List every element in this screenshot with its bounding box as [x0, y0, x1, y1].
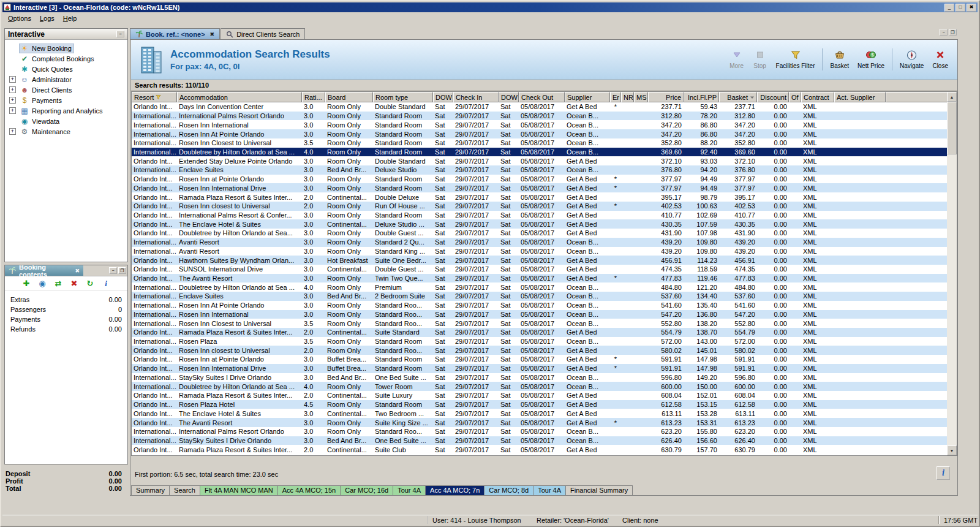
- bottom-tab-flt-4a-man-mco-man[interactable]: Flt 4A MAN MCO MAN: [200, 485, 278, 496]
- table-row[interactable]: International...Enclave Suites3.0Bed And…: [132, 292, 947, 301]
- vertical-scrollbar[interactable]: ▲ ▼: [947, 92, 957, 455]
- table-row[interactable]: Orlando Int...Days Inn Convention Center…: [132, 102, 947, 112]
- column-header-resort[interactable]: Resort: [132, 92, 177, 102]
- table-row[interactable]: Orlando Int...Rosen Inn at Pointe Orland…: [132, 175, 947, 184]
- collapse-icon[interactable]: −: [116, 31, 124, 37]
- table-row[interactable]: Orlando Int...Rosen Plaza Hotel4.5Room O…: [132, 400, 947, 409]
- table-row[interactable]: International...StaySky Suites I Drive O…: [132, 373, 947, 382]
- table-row[interactable]: Orlando Int...The Enclave Hotel & Suites…: [132, 219, 947, 229]
- transfer-button[interactable]: ⇄: [53, 278, 64, 289]
- table-row[interactable]: International...Doubletree by Hilton Orl…: [132, 382, 947, 391]
- bottom-tab-acc-4a-mco-7n[interactable]: Acc 4A MCO; 7n: [425, 485, 484, 496]
- bottom-tab-tour-4a[interactable]: Tour 4A: [393, 485, 426, 496]
- column-header-discount[interactable]: Discount: [757, 92, 789, 102]
- column-header-incl-fl-pp[interactable]: Incl.Fl.PP: [684, 92, 719, 102]
- facilities-filter-button[interactable]: Facilities Filter: [772, 45, 820, 74]
- close-panel-icon[interactable]: ✖: [75, 268, 80, 274]
- scroll-up-icon[interactable]: ▲: [947, 92, 957, 102]
- table-row[interactable]: Orlando Int...The Enclave Hotel & Suites…: [132, 409, 947, 418]
- table-row[interactable]: Orlando Int...Ramada Plaza Resort & Suit…: [132, 391, 947, 400]
- expand-icon[interactable]: +: [9, 107, 16, 114]
- filter-icon[interactable]: [156, 94, 161, 100]
- bottom-tab-car-mco-16d[interactable]: Car MCO; 16d: [340, 485, 393, 496]
- booking-item-refunds[interactable]: Refunds0.00: [10, 324, 122, 334]
- column-header-ms[interactable]: MS: [634, 92, 648, 102]
- column-header-nr[interactable]: NR: [621, 92, 634, 102]
- column-header-of[interactable]: Of: [789, 92, 801, 102]
- column-header-check-out[interactable]: Check Out: [519, 92, 565, 102]
- doc-tab-direct-clients-search[interactable]: Direct Clients Search: [221, 28, 305, 39]
- sidebar-item-new-booking[interactable]: ☀New Booking: [5, 43, 127, 53]
- sidebar-item-quick-quotes[interactable]: ✱Quick Quotes: [5, 64, 127, 74]
- panel-minimize-icon[interactable]: −: [109, 267, 117, 274]
- info-button[interactable]: i: [937, 466, 950, 480]
- nett-price-button[interactable]: $Nett Price: [853, 45, 889, 74]
- bottom-tab-tour-4a[interactable]: Tour 4A: [533, 485, 566, 496]
- table-row[interactable]: International...International Palms Reso…: [132, 427, 947, 436]
- more-button[interactable]: More: [725, 45, 748, 74]
- table-row[interactable]: International...Doubletree by Hilton Orl…: [132, 148, 947, 157]
- booking-item-passengers[interactable]: Passengers0: [10, 305, 122, 314]
- column-header-dow[interactable]: DOW: [433, 92, 453, 102]
- table-row[interactable]: International...Rosen Inn International3…: [132, 310, 947, 319]
- column-header-contract[interactable]: Contract: [801, 92, 834, 102]
- add-button[interactable]: ✚: [21, 278, 32, 289]
- table-row[interactable]: Orlando Int...Ramada Plaza Resort & Suit…: [132, 192, 947, 202]
- web-button[interactable]: ◉: [37, 278, 48, 289]
- table-row[interactable]: Orlando Int...International Palms Resort…: [132, 211, 947, 220]
- del-button[interactable]: ✖: [69, 278, 80, 289]
- table-row[interactable]: International...Rosen Plaza3.5Room OnlyS…: [132, 337, 947, 346]
- column-header-room-type[interactable]: Room type: [373, 92, 433, 102]
- table-row[interactable]: International...Rosen Inn Closest to Uni…: [132, 319, 947, 328]
- table-row[interactable]: International...Doubletree by Hilton Orl…: [132, 282, 947, 292]
- table-row[interactable]: Orlando Int...The Avanti Resort3.0Room O…: [132, 274, 947, 283]
- column-header-check-in[interactable]: Check In: [453, 92, 499, 102]
- table-row[interactable]: Orlando Int...Extended Stay Deluxe Point…: [132, 156, 947, 165]
- column-header-rati[interactable]: Rati...: [302, 92, 325, 102]
- table-row[interactable]: International...Enclave Suites3.0Bed And…: [132, 165, 947, 175]
- table-row[interactable]: International...Rosen Inn At Pointe Orla…: [132, 129, 947, 138]
- bottom-tab-summary[interactable]: Summary: [131, 485, 170, 496]
- table-row[interactable]: Orlando Int...Doubletree by Hilton Orlan…: [132, 229, 947, 238]
- column-header-act-supplier[interactable]: Act. Supplier: [834, 92, 886, 102]
- sidebar-item-payments[interactable]: +$Payments: [5, 95, 127, 105]
- table-row[interactable]: International...StaySky Suites I Drive O…: [132, 436, 947, 445]
- sort-icon[interactable]: [750, 95, 755, 100]
- maximize-icon[interactable]: □: [956, 4, 965, 12]
- table-row[interactable]: Orlando Int...Rosen Inn International Dr…: [132, 183, 947, 192]
- booking-item-extras[interactable]: Extras0.00: [10, 295, 122, 305]
- bottom-tab-car-mco-8d[interactable]: Car MCO; 8d: [484, 485, 533, 496]
- table-row[interactable]: International...Rosen Inn International3…: [132, 120, 947, 129]
- scroll-down-icon[interactable]: ▼: [947, 445, 957, 455]
- sidebar-item-administrator[interactable]: +☺Administrator: [5, 74, 127, 85]
- close-icon[interactable]: ✖: [967, 4, 976, 12]
- table-row[interactable]: Orlando Int...Rosen Inn closest to Unive…: [132, 202, 947, 211]
- table-row[interactable]: Orlando Int...Ramada Plaza Resort & Suit…: [132, 445, 947, 454]
- sidebar-item-viewdata[interactable]: ◉Viewdata: [5, 116, 127, 126]
- scrollbar-thumb[interactable]: [947, 102, 957, 154]
- info-button[interactable]: i: [100, 278, 111, 289]
- expand-icon[interactable]: +: [9, 97, 16, 104]
- expand-icon[interactable]: +: [9, 128, 16, 135]
- column-header-price[interactable]: Price: [648, 92, 684, 102]
- column-header-accommodation[interactable]: Accommodation: [177, 92, 302, 102]
- table-row[interactable]: International...Avanti Resort3.0Room Onl…: [132, 247, 947, 256]
- expand-icon[interactable]: +: [9, 86, 16, 93]
- table-row[interactable]: Orlando Int...Rosen Inn at Pointe Orland…: [132, 355, 947, 364]
- bottom-tab-acc-4a-mco-15n[interactable]: Acc 4A MCO; 15n: [277, 485, 341, 496]
- table-row[interactable]: Orlando Int...The Avanti Resort3.0Room O…: [132, 418, 947, 427]
- doc-tab-book-ref-none[interactable]: Book. ref.: <none>✖: [130, 28, 220, 39]
- sidebar-item-reporting-and-analytics[interactable]: +▦Reporting and Analytics: [5, 105, 127, 116]
- menu-logs[interactable]: Logs: [36, 13, 59, 23]
- table-row[interactable]: International...Rosen Inn At Pointe Orla…: [132, 301, 947, 310]
- panel-restore-icon[interactable]: ❐: [118, 267, 126, 274]
- table-row[interactable]: Orlando Int...Rosen Inn closest to Unive…: [132, 346, 947, 355]
- column-header-er[interactable]: Er: [610, 92, 621, 102]
- table-row[interactable]: Orlando Int...Rosen Inn International Dr…: [132, 364, 947, 373]
- sidebar-item-completed-bookings[interactable]: ✔Completed Bookings: [5, 53, 127, 64]
- column-header-basket[interactable]: Basket: [719, 92, 757, 102]
- close-tab-icon[interactable]: ✖: [210, 31, 215, 37]
- expand-icon[interactable]: +: [9, 76, 16, 83]
- booking-item-payments[interactable]: Payments0.00: [10, 314, 122, 324]
- mdi-restore-icon[interactable]: ❐: [949, 29, 957, 36]
